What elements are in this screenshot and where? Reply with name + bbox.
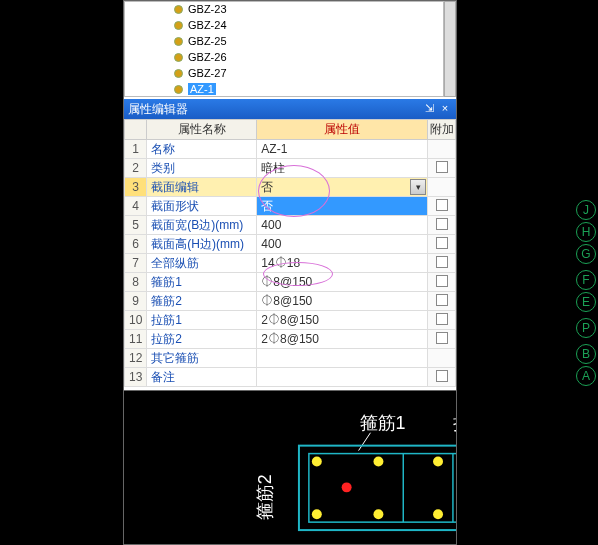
prop-value[interactable]: 400: [257, 235, 428, 254]
side-letter[interactable]: E: [576, 292, 596, 312]
diag-label-la1: 拉筋1: [453, 413, 456, 433]
close-icon[interactable]: ×: [438, 102, 452, 116]
prop-value[interactable]: [257, 368, 428, 387]
prop-addon[interactable]: [428, 349, 456, 368]
section-diagram: 箍筋1 拉筋1 箍筋2 200: [124, 390, 456, 544]
prop-addon[interactable]: [428, 311, 456, 330]
side-letter[interactable]: H: [576, 222, 596, 242]
svg-point-11: [433, 457, 443, 467]
svg-point-14: [373, 509, 383, 519]
table-row[interactable]: 4截面形状否: [125, 197, 456, 216]
table-row[interactable]: 5截面宽(B边)(mm)400: [125, 216, 456, 235]
prop-addon[interactable]: [428, 292, 456, 311]
side-letter[interactable]: G: [576, 244, 596, 264]
side-letter[interactable]: B: [576, 344, 596, 364]
property-editor-title: 属性编辑器 ⇲ ×: [124, 99, 456, 119]
row-number: 10: [125, 311, 147, 330]
prop-value[interactable]: 2⏀8@150: [257, 330, 428, 349]
prop-name: 其它箍筋: [147, 349, 257, 368]
prop-addon[interactable]: [428, 235, 456, 254]
prop-name: 截面高(H边)(mm): [147, 235, 257, 254]
col-addon: 附加: [428, 120, 456, 140]
table-row[interactable]: 9箍筋2⏀8@150: [125, 292, 456, 311]
panel-title-text: 属性编辑器: [128, 101, 188, 118]
table-row[interactable]: 7全部纵筋14⏀18: [125, 254, 456, 273]
prop-value[interactable]: AZ-1: [257, 140, 428, 159]
prop-name: 截面编辑: [147, 178, 257, 197]
col-value: 属性值: [257, 120, 428, 140]
table-row[interactable]: 13备注: [125, 368, 456, 387]
svg-point-9: [312, 457, 322, 467]
prop-addon[interactable]: [428, 178, 456, 197]
table-row[interactable]: 8箍筋1⏀8@150: [125, 273, 456, 292]
prop-name: 箍筋2: [147, 292, 257, 311]
prop-addon[interactable]: [428, 273, 456, 292]
prop-addon[interactable]: [428, 330, 456, 349]
checkbox[interactable]: [436, 199, 448, 211]
row-number: 7: [125, 254, 147, 273]
row-number: 12: [125, 349, 147, 368]
prop-value[interactable]: ⏀8@150: [257, 273, 428, 292]
row-number: 13: [125, 368, 147, 387]
prop-name: 箍筋1: [147, 273, 257, 292]
prop-addon[interactable]: [428, 216, 456, 235]
prop-value[interactable]: 2⏀8@150: [257, 311, 428, 330]
col-rownum: [125, 120, 147, 140]
prop-value[interactable]: 否▾: [257, 178, 428, 197]
checkbox[interactable]: [436, 294, 448, 306]
table-row[interactable]: 11拉筋22⏀8@150: [125, 330, 456, 349]
checkbox[interactable]: [436, 275, 448, 287]
prop-addon[interactable]: [428, 254, 456, 273]
tree-scrollbar[interactable]: [444, 1, 456, 97]
prop-name: 截面宽(B边)(mm): [147, 216, 257, 235]
prop-name: 拉筋1: [147, 311, 257, 330]
row-number: 4: [125, 197, 147, 216]
prop-value[interactable]: [257, 349, 428, 368]
table-row[interactable]: 3截面编辑否▾: [125, 178, 456, 197]
row-number: 9: [125, 292, 147, 311]
checkbox[interactable]: [436, 161, 448, 173]
checkbox[interactable]: [436, 313, 448, 325]
prop-value[interactable]: 暗柱: [257, 159, 428, 178]
row-number: 3: [125, 178, 147, 197]
checkbox[interactable]: [436, 218, 448, 230]
side-letter[interactable]: J: [576, 200, 596, 220]
prop-addon[interactable]: [428, 197, 456, 216]
row-number: 8: [125, 273, 147, 292]
side-letter[interactable]: A: [576, 366, 596, 386]
side-labels: JHGFEPBA: [576, 200, 596, 386]
diag-label-gu1: 箍筋1: [360, 413, 406, 433]
table-row[interactable]: 2类别暗柱: [125, 159, 456, 178]
prop-value[interactable]: 14⏀18: [257, 254, 428, 273]
row-number: 2: [125, 159, 147, 178]
prop-addon[interactable]: [428, 159, 456, 178]
prop-name: 全部纵筋: [147, 254, 257, 273]
svg-point-10: [373, 457, 383, 467]
side-letter[interactable]: P: [576, 318, 596, 338]
prop-addon[interactable]: [428, 140, 456, 159]
table-row[interactable]: 1名称AZ-1: [125, 140, 456, 159]
prop-addon[interactable]: [428, 368, 456, 387]
checkbox[interactable]: [436, 370, 448, 382]
pin-icon[interactable]: ⇲: [422, 102, 436, 116]
diag-label-gu2: 箍筋2: [255, 474, 275, 520]
svg-point-13: [312, 509, 322, 519]
prop-name: 名称: [147, 140, 257, 159]
row-number: 5: [125, 216, 147, 235]
prop-value[interactable]: ⏀8@150: [257, 292, 428, 311]
prop-name: 拉筋2: [147, 330, 257, 349]
prop-name: 类别: [147, 159, 257, 178]
svg-point-15: [433, 509, 443, 519]
dropdown-icon[interactable]: ▾: [410, 179, 426, 195]
svg-line-0: [359, 433, 371, 451]
prop-value[interactable]: 400: [257, 216, 428, 235]
prop-name: 备注: [147, 368, 257, 387]
side-letter[interactable]: F: [576, 270, 596, 290]
checkbox[interactable]: [436, 332, 448, 344]
checkbox[interactable]: [436, 237, 448, 249]
checkbox[interactable]: [436, 256, 448, 268]
table-row[interactable]: 6截面高(H边)(mm)400: [125, 235, 456, 254]
table-row[interactable]: 10拉筋12⏀8@150: [125, 311, 456, 330]
prop-value[interactable]: 否: [257, 197, 428, 216]
table-row[interactable]: 12其它箍筋: [125, 349, 456, 368]
